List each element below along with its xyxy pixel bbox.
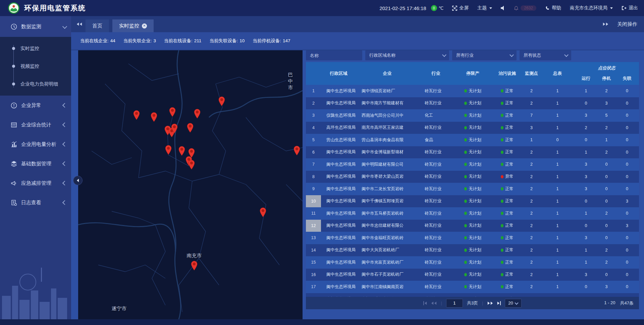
org-dropdown[interactable]: 南充市生态环境局 (570, 5, 613, 11)
table-row[interactable]: 7 阆中生态环境局 阆中明阳建材有限公司 砖瓦行业 无计划 正常 2 1 3 (306, 158, 639, 171)
tabs-scroll-right-button[interactable] (603, 22, 608, 26)
table-row[interactable]: 11 阆中生态环境局 阆中市五马桥页岩机砖 砖瓦行业 无计划 正常 2 1 1 (306, 207, 639, 220)
prev-page-button[interactable] (431, 301, 437, 305)
close-operations-button[interactable]: 关闭操作 (617, 21, 637, 28)
sidebar-subitem[interactable]: 企业电力负荷明细 (0, 75, 71, 93)
row-total-meter: 0 (541, 138, 574, 142)
tab-realtime-monitoring[interactable]: 实时监控 ✕ (112, 19, 154, 32)
table-row[interactable]: 12 阆中生态环境局 阆中市忠信建材有限公 砖瓦行业 无计划 正常 2 1 0 (306, 220, 639, 232)
table-row[interactable]: 14 阆中生态环境局 阆中大兴页岩机砖厂 砖瓦行业 无计划 正常 2 1 1 (306, 244, 639, 257)
map-pin[interactable] (178, 146, 185, 156)
industry-filter-select[interactable]: 所有行业 (452, 50, 517, 60)
page-number-input[interactable] (446, 299, 463, 308)
sidebar-item-enterprise-statistics[interactable]: 企业综合统计 (0, 115, 71, 134)
chevron-collapsed-icon (62, 161, 67, 166)
location-pin-icon (259, 207, 267, 217)
row-region: 阆中生态环境局 (321, 149, 356, 155)
map-pin[interactable] (186, 123, 194, 133)
row-disconnected: 0 (615, 235, 639, 240)
map-pin[interactable] (259, 207, 267, 217)
sidebar-item-base-data[interactable]: 基础数据管理 (0, 154, 71, 173)
status-dot-icon (464, 89, 467, 93)
map-panel[interactable]: 巴中市 南充市 遂宁市 (78, 50, 303, 319)
row-industry: 砖瓦行业 (418, 149, 453, 155)
tab-home[interactable]: 首页 (86, 19, 109, 32)
datetime: 2021-02-25 17:46:18 (379, 5, 426, 11)
row-stop-status: 无计划 (453, 186, 492, 192)
map-pin[interactable] (293, 146, 301, 156)
table-row[interactable]: 2 阆中生态环境局 阆中市南方节能建材有 砖瓦行业 无计划 正常 2 1 0 (306, 97, 639, 110)
double-left-arrow-icon (77, 22, 79, 26)
table-row[interactable]: 6 阆中生态环境局 阆中市金博瑞新型墙材 砖瓦行业 无计划 正常 2 1 1 (306, 146, 639, 159)
row-facility-status: 正常 (492, 235, 522, 241)
sidebar-item-data-monitoring[interactable]: 数据监测 (0, 16, 71, 37)
map-pin[interactable] (191, 261, 198, 271)
table-row[interactable]: 5 营山生态环境局 营山县润丰肉食品有限 食品 无计划 正常 1 0 0 (306, 134, 639, 146)
table-row[interactable]: 17 阆中生态环境局 阆中市江南镇阆南页岩 砖瓦行业 无计划 正常 2 1 0 (306, 281, 639, 293)
table-row[interactable]: 13 阆中生态环境局 阆中市金福旺页岩机砖 砖瓦行业 无计划 正常 2 1 3 (306, 232, 639, 244)
chevron-collapsed-icon (62, 122, 67, 127)
table-row[interactable]: 18 南部生态环境局 南部县瑞华水泥有限公 建材加工 无计划 正常 6 0 0 (306, 293, 639, 297)
page-size-select[interactable]: 20 (505, 299, 522, 308)
last-page-button[interactable] (497, 301, 501, 305)
status-filter-select[interactable]: 所有状态 (520, 50, 571, 60)
sidebar-item-emergency-reduction[interactable]: 应急减排管理 (0, 173, 71, 193)
sidebar-subitem[interactable]: 视频监控 (0, 57, 71, 75)
sidebar-item-log-view[interactable]: 日志查看 (0, 193, 71, 212)
table-row[interactable]: 15 阆中生态环境局 阆中市光富页岩机砖厂 砖瓦行业 无计划 正常 2 1 1 (306, 256, 639, 269)
row-running: 1 (574, 260, 598, 265)
table-row[interactable]: 1 阆中生态环境局 阆中强锐页岩砖厂 砖瓦行业 无计划 正常 2 1 1 (306, 85, 639, 97)
row-index: 3 (306, 109, 321, 122)
row-monitor-points: 2 (522, 101, 541, 106)
stat-label: 当前在线设备: (164, 38, 193, 43)
stat-label: 当前在线企业: (80, 38, 109, 43)
location-pin-icon (188, 160, 195, 170)
status-dot-icon (464, 236, 467, 239)
help-button[interactable]: 帮助 (545, 5, 561, 11)
next-page-button[interactable] (487, 301, 493, 305)
location-pin-icon (150, 112, 158, 122)
row-index: 10 (306, 195, 321, 208)
mute-button[interactable] (501, 6, 505, 10)
name-filter-input[interactable] (306, 50, 362, 60)
enterprise-table-panel: 行政区域名称 所有行业 所有状态 行政区域 企业 行业 停限产 治污设施 监测点… (306, 50, 639, 309)
tab-close-icon[interactable]: ✕ (142, 23, 147, 29)
table-row[interactable]: 9 阆中生态环境局 阆中市二龙长宝页岩砖 砖瓦行业 无计划 正常 2 1 3 (306, 183, 639, 195)
sidebar-item-power-analysis[interactable]: 企业用电量分析 (0, 134, 71, 154)
row-halted: 2 (598, 260, 615, 265)
fullscreen-icon (452, 6, 457, 11)
notifications[interactable]: 2632 (514, 5, 536, 11)
row-total-meter: 1 (541, 150, 574, 155)
col-company: 企业 (356, 70, 418, 76)
table-row[interactable]: 3 仪陇生态环境局 西南油气田分公司川中 化工 无计划 正常 7 1 3 (306, 109, 639, 122)
location-pin-icon (218, 96, 225, 106)
row-facility-status: 正常 (492, 211, 522, 216)
exit-icon (622, 6, 627, 10)
map-pin[interactable] (194, 109, 201, 119)
row-industry: 砖瓦行业 (418, 186, 453, 192)
table-row[interactable]: 4 高坪生态环境局 南充市高坪区王家店建 砖瓦行业 无计划 正常 3 1 2 (306, 122, 639, 134)
first-page-button[interactable] (423, 301, 427, 305)
row-total-meter: 1 (541, 199, 574, 204)
table-row[interactable]: 8 阆中生态环境局 阆中市枣碧大梁山页岩 砖瓦行业 无计划 异常 2 1 3 (306, 171, 639, 183)
row-running: 2 (574, 125, 598, 130)
map-pin[interactable] (171, 123, 178, 133)
table-row[interactable]: 16 阆中生态环境局 阆中市石子页岩机砖厂 砖瓦行业 无计划 正常 2 1 3 (306, 269, 639, 281)
sidebar-subitem[interactable]: 实时监控 (0, 40, 71, 57)
fullscreen-button[interactable]: 全屏 (452, 5, 469, 11)
map-pin[interactable] (133, 110, 140, 120)
map-collapse-handle[interactable] (73, 176, 83, 185)
map-pin[interactable] (165, 145, 172, 155)
map-pin[interactable] (188, 160, 195, 170)
region-filter-select[interactable]: 行政区域名称 (365, 50, 449, 60)
map-pin[interactable] (218, 96, 225, 106)
tabs-scroll-left-button[interactable] (76, 22, 82, 26)
table-row[interactable]: 10 阆中生态环境局 阆中千佛镇五郎垭页岩 砖瓦行业 无计划 正常 2 1 0 (306, 195, 639, 208)
map-pin[interactable] (150, 112, 158, 122)
sidebar-item-enterprise-anomaly[interactable]: 企业异常 (0, 96, 71, 115)
row-stop-status: 无计划 (453, 88, 492, 94)
row-index: 12 (306, 220, 321, 232)
map-pin[interactable] (169, 107, 176, 117)
logout-button[interactable]: 退出 (622, 5, 638, 11)
theme-dropdown[interactable]: 主题 (477, 5, 492, 11)
